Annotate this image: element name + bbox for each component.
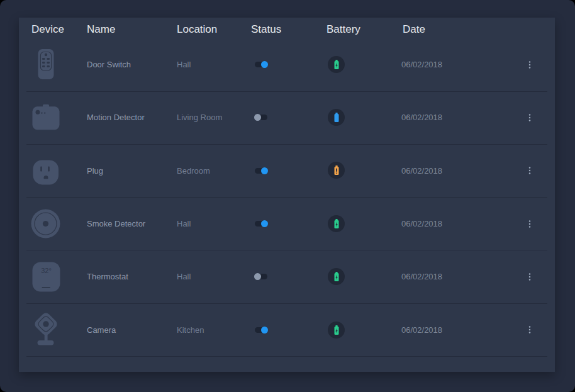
svg-text:32°: 32° [41, 267, 52, 274]
